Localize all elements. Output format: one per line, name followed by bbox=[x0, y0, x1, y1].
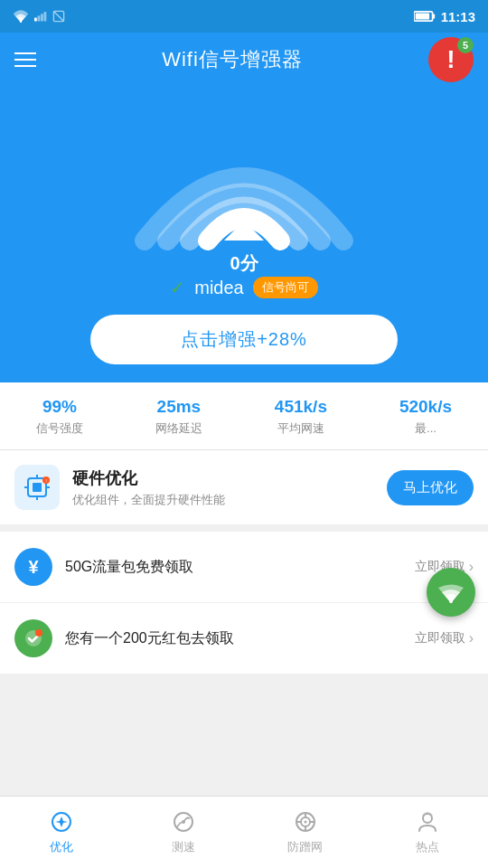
nav-speedtest-label: 测速 bbox=[172, 839, 195, 855]
traffic-chevron-icon: › bbox=[469, 559, 474, 575]
stat-latency-label: 网络延迟 bbox=[155, 420, 202, 437]
exclamation-icon: ! bbox=[446, 47, 455, 72]
check-circle-icon bbox=[23, 628, 43, 648]
svg-rect-2 bbox=[38, 15, 41, 21]
stat-avg-speed-value: 451k/s bbox=[275, 397, 327, 417]
optimize-button[interactable]: 马上优化 bbox=[387, 470, 474, 505]
hardware-icon-wrap: ! bbox=[14, 465, 60, 510]
svg-rect-9 bbox=[432, 14, 435, 18]
redpacket-icon-wrap bbox=[14, 619, 52, 657]
wifi-arcs-svg: 0分 bbox=[127, 96, 361, 277]
redpacket-chevron-icon: › bbox=[469, 630, 474, 646]
nav-antisponge-icon bbox=[293, 809, 318, 835]
nav-hotspot-label: 热点 bbox=[416, 839, 439, 855]
check-icon: ✓ bbox=[170, 277, 185, 298]
hardware-text: 硬件优化 优化组件，全面提升硬件性能 bbox=[72, 467, 374, 508]
no-sim-icon bbox=[52, 10, 65, 23]
network-name: midea bbox=[194, 278, 243, 298]
svg-rect-1 bbox=[34, 17, 37, 21]
stat-avg-speed-label: 平均网速 bbox=[277, 420, 324, 437]
redpacket-action-label: 立即领取 bbox=[415, 630, 465, 646]
stat-latency: 25ms 网络延迟 bbox=[155, 397, 202, 437]
svg-rect-3 bbox=[41, 14, 43, 21]
floating-wifi-button[interactable] bbox=[427, 568, 475, 617]
redpacket-item-action: 立即领取 › bbox=[415, 630, 474, 646]
network-row: ✓ midea 信号尚可 bbox=[170, 277, 317, 298]
bottom-nav: 优化 测速 防蹭网 热点 bbox=[0, 796, 488, 868]
hardware-icon: ! bbox=[23, 474, 51, 501]
svg-text:0分: 0分 bbox=[230, 253, 258, 273]
stat-max-speed-label: 最... bbox=[415, 420, 436, 437]
stats-row: 99% 信号强度 25ms 网络延迟 451k/s 平均网速 520k/s 最.… bbox=[0, 382, 488, 450]
nav-hotspot-icon bbox=[415, 809, 440, 835]
svg-line-6 bbox=[53, 11, 63, 21]
nav-antisponge-label: 防蹭网 bbox=[287, 839, 323, 855]
battery-icon bbox=[414, 10, 436, 23]
notification-badge: 5 bbox=[457, 37, 474, 53]
app-title: Wifi信号增强器 bbox=[162, 46, 303, 73]
stat-latency-value: 25ms bbox=[157, 397, 202, 417]
nav-item-hotspot[interactable]: 热点 bbox=[366, 809, 488, 855]
wifi-status-icon bbox=[13, 10, 29, 23]
notification-button[interactable]: ! 5 bbox=[428, 37, 474, 82]
nav-item-antisponge[interactable]: 防蹭网 bbox=[244, 809, 366, 855]
nav-optimize-icon bbox=[49, 809, 74, 835]
list-item-redpacket[interactable]: 您有一个200元红包去领取 立即领取 › bbox=[0, 603, 488, 675]
hardware-title: 硬件优化 bbox=[72, 467, 374, 489]
svg-rect-4 bbox=[44, 12, 47, 22]
nav-item-optimize[interactable]: 优化 bbox=[0, 809, 122, 855]
menu-button[interactable] bbox=[14, 52, 36, 67]
hardware-card: ! 硬件优化 优化组件，全面提升硬件性能 马上优化 bbox=[0, 450, 488, 532]
signal-status-icon bbox=[34, 10, 47, 23]
stat-signal-value: 99% bbox=[42, 397, 77, 417]
traffic-item-text: 50G流量包免费领取 bbox=[65, 558, 402, 577]
svg-point-21 bbox=[35, 629, 42, 637]
stat-max-speed-value: 520k/s bbox=[399, 397, 452, 417]
stat-signal: 99% 信号强度 bbox=[36, 397, 83, 437]
svg-point-32 bbox=[423, 814, 432, 823]
app-header: Wifi信号增强器 ! 5 bbox=[0, 33, 488, 87]
traffic-icon-wrap: ¥ bbox=[14, 548, 52, 586]
status-time: 11:13 bbox=[441, 9, 475, 24]
nav-speedtest-icon bbox=[171, 809, 196, 835]
svg-point-11 bbox=[449, 599, 453, 603]
nav-optimize-label: 优化 bbox=[50, 839, 73, 855]
status-bar: 11:13 bbox=[0, 0, 488, 33]
list-item-traffic[interactable]: ¥ 50G流量包免费领取 立即领取 › bbox=[0, 532, 488, 603]
svg-point-27 bbox=[304, 821, 306, 824]
stat-signal-label: 信号强度 bbox=[36, 420, 83, 437]
stat-max-speed: 520k/s 最... bbox=[399, 397, 452, 437]
stat-avg-speed: 451k/s 平均网速 bbox=[275, 397, 327, 437]
wifi-section: 0分 ✓ midea 信号尚可 点击增强+28% bbox=[0, 87, 488, 382]
status-left bbox=[13, 10, 65, 23]
svg-rect-8 bbox=[415, 14, 428, 20]
redpacket-item-text: 您有一个200元红包去领取 bbox=[65, 629, 402, 648]
floating-wifi-icon bbox=[437, 581, 465, 603]
svg-rect-13 bbox=[33, 483, 42, 492]
status-right: 11:13 bbox=[414, 9, 475, 24]
nav-item-speedtest[interactable]: 测速 bbox=[122, 809, 244, 855]
wifi-graphic: 0分 bbox=[127, 96, 361, 277]
yen-icon: ¥ bbox=[28, 557, 38, 578]
hardware-desc: 优化组件，全面提升硬件性能 bbox=[72, 492, 374, 508]
signal-status-badge: 信号尚可 bbox=[253, 277, 318, 298]
boost-button[interactable]: 点击增强+28% bbox=[90, 315, 398, 364]
